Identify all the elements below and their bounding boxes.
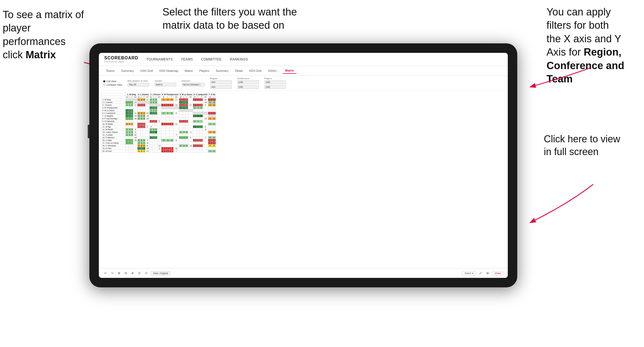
grid-icon[interactable]: ⊞ — [485, 271, 490, 275]
matrix-cell: 0 — [140, 147, 143, 150]
ann-tl-line2: player performances — [3, 22, 66, 47]
matrix-cell — [161, 117, 166, 120]
nav-teams[interactable]: TEAMS — [181, 56, 193, 62]
matrix-cell: 2 — [183, 131, 185, 134]
watch-button[interactable]: Watch ▾ — [462, 271, 476, 275]
view-compact-option[interactable]: Compact View — [103, 83, 122, 86]
matrix-cell — [155, 115, 157, 117]
matrix-cell — [131, 98, 133, 101]
tab-teams[interactable]: Teams — [103, 68, 117, 73]
tab-detail[interactable]: Detail — [232, 68, 245, 73]
player-name-cell: 18. C Sherwood — [101, 144, 126, 147]
tool4-btn[interactable]: ⊡ — [137, 271, 142, 275]
matrix-cell — [179, 109, 183, 112]
matrix-cell: 0 — [143, 126, 145, 128]
conference-select1[interactable]: (All) — [237, 80, 259, 84]
share-button[interactable]: Share — [492, 271, 503, 275]
matrix-cell — [179, 115, 183, 117]
matrix-cell — [179, 142, 183, 144]
tab-h2h-grid2[interactable]: H2H Grid — [246, 68, 264, 73]
matrix-cell — [174, 107, 179, 109]
division-select[interactable]: NCAA Division I — [182, 83, 205, 86]
annotation-top-left: To see a matrix of player performances c… — [3, 8, 89, 62]
matrix-cell — [208, 134, 212, 136]
conference-select2[interactable]: (All) — [237, 85, 259, 89]
matrix-cell — [185, 123, 188, 126]
matrix-cell — [212, 128, 216, 131]
sub-gs-l: L — [212, 96, 216, 98]
tab-players[interactable]: Players — [197, 68, 212, 73]
matrix-cell: 0 — [208, 139, 212, 142]
matrix-cell: 3 — [140, 144, 143, 147]
matrix-cell: 1 — [128, 101, 131, 104]
undo-btn[interactable]: ↩ — [103, 271, 108, 275]
matrix-cell — [128, 107, 131, 109]
matrix-cell: 0 — [131, 117, 133, 120]
tab-matrix-active[interactable]: Matrix — [282, 68, 297, 74]
region-select1[interactable]: N/A — [210, 80, 232, 84]
tab-summary2[interactable]: Summary — [213, 68, 231, 73]
matrix-cell — [174, 128, 179, 131]
matrix-cell — [188, 98, 193, 101]
tab-h2hh[interactable]: H2HH... — [265, 68, 281, 73]
tool1-btn[interactable]: ⊞ — [117, 271, 121, 275]
matrix-cell — [157, 134, 161, 136]
tab-h2h-heatmap[interactable]: H2H Heatmap — [157, 68, 181, 73]
ann-tr-l2: filters for both — [547, 20, 609, 31]
col-l-clanton: 2. L Clanton — [137, 93, 149, 96]
matrix-cell: 0 — [208, 98, 212, 101]
matrix-cell: 0 — [170, 98, 174, 101]
matrix-cell — [200, 109, 203, 112]
matrix-cell: 5 — [197, 139, 200, 142]
sub-lc-l: L — [140, 96, 143, 98]
matrix-cell — [140, 131, 143, 134]
view-full-option[interactable]: Full View — [103, 80, 122, 83]
tab-matrix1[interactable]: Matrix — [182, 68, 196, 73]
matrix-cell: 13 — [203, 98, 208, 101]
matrix-cell — [200, 128, 203, 131]
matrix-cell — [170, 128, 174, 131]
tool2-btn[interactable]: ⊟ — [123, 271, 128, 275]
matrix-cell — [126, 144, 129, 147]
players-select2[interactable]: (All) — [264, 85, 286, 89]
matrix-cell: 0 — [131, 104, 133, 107]
matrix-cell — [203, 142, 208, 144]
tab-summary1[interactable]: Summary — [118, 68, 136, 73]
matrix-cell: 0 — [185, 98, 188, 101]
tool5-btn[interactable]: ⊙ — [144, 271, 148, 275]
matrix-cell: 1 — [140, 142, 143, 144]
matrix-cell — [203, 112, 208, 115]
table-row: 18. C Sherwood1300-11220-1001045 — [101, 144, 216, 147]
ann-br-l1: Click here to view — [544, 133, 620, 144]
sub-jk-l: L — [152, 96, 155, 98]
nav-tournaments[interactable]: TOURNAMENTS — [147, 56, 173, 62]
matrix-cell — [200, 134, 203, 136]
filter-division: Division NCAA Division I — [182, 80, 205, 86]
matrix-cell — [133, 147, 137, 150]
matrix-cell — [200, 115, 203, 117]
matrix-cell — [131, 120, 133, 123]
view-original-label[interactable]: View: Original — [151, 271, 170, 275]
matrix-cell — [149, 142, 152, 144]
matrix-cell: 2 — [140, 117, 143, 120]
tool3-btn[interactable]: ⊕ — [130, 271, 135, 275]
matrix-cell — [200, 123, 203, 126]
max-players-select[interactable]: Top 25 — [128, 83, 149, 86]
tab-h2h-grid[interactable]: H2H Grid — [138, 68, 155, 73]
matrix-cell — [131, 126, 133, 128]
nav-rankings[interactable]: RANKINGS — [230, 56, 248, 62]
redo-btn[interactable]: ↪ — [110, 271, 115, 275]
gender-select[interactable]: Men's — [155, 83, 176, 86]
nav-committee[interactable]: COMMITTEE — [201, 56, 222, 62]
matrix-area[interactable]: 1. W Ding 2. L Clanton 3. J Koivun 4. M … — [99, 91, 508, 268]
annotation-bottom-right: Click here to view in full screen — [544, 133, 633, 158]
matrix-cell: 0 — [152, 112, 155, 115]
nav-items: TOURNAMENTS TEAMS COMMITTEE RANKINGS — [147, 56, 248, 62]
matrix-cell — [188, 117, 193, 120]
region-select2[interactable]: N/A — [210, 85, 232, 89]
matrix-cell — [157, 142, 161, 144]
screen-icon[interactable]: ⤢ — [478, 271, 483, 276]
matrix-cell — [133, 109, 137, 112]
players-select1[interactable]: (All) — [264, 80, 286, 84]
matrix-cell: 0 — [143, 117, 145, 120]
